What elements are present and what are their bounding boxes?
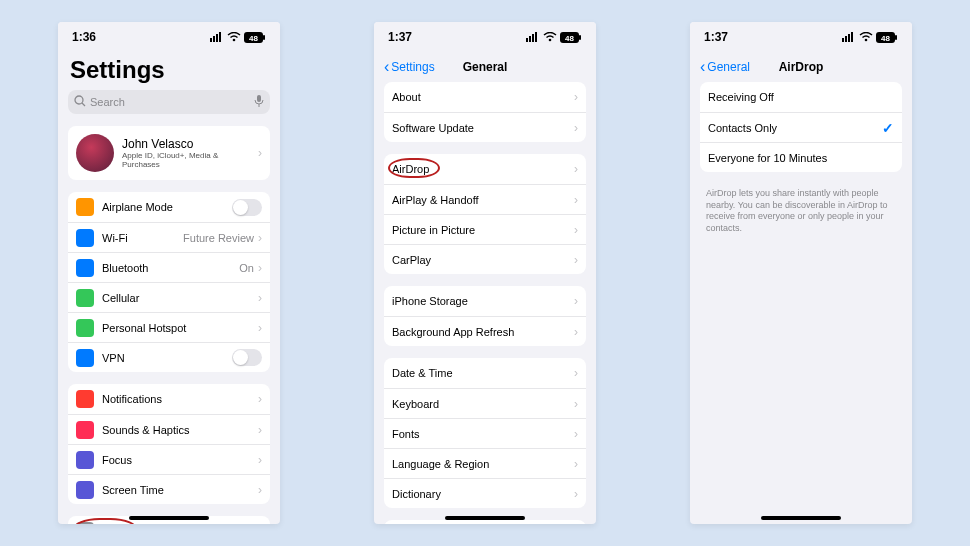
list-item[interactable]: Cellular› [68, 282, 270, 312]
chevron-right-icon: › [574, 294, 578, 308]
signal-icon [526, 32, 540, 42]
list-item[interactable]: Personal Hotspot› [68, 312, 270, 342]
storage-group: iPhone Storage›Background App Refresh› [384, 286, 586, 346]
list-item[interactable]: Airplane Mode [68, 192, 270, 222]
status-time: 1:37 [704, 30, 728, 44]
chevron-right-icon: › [574, 397, 578, 411]
list-item[interactable]: Receiving Off [700, 82, 902, 112]
svg-rect-21 [845, 36, 847, 42]
profile-row[interactable]: John Velasco Apple ID, iCloud+, Media & … [68, 126, 270, 180]
chevron-right-icon: › [258, 321, 262, 335]
row-label: Fonts [392, 428, 574, 440]
list-item[interactable]: Date & Time› [384, 358, 586, 388]
list-item[interactable]: Fonts› [384, 418, 586, 448]
row-label: Date & Time [392, 367, 574, 379]
status-time: 1:36 [72, 30, 96, 44]
svg-rect-22 [848, 34, 850, 42]
list-item[interactable]: Background App Refresh› [384, 316, 586, 346]
row-label: Notifications [102, 393, 258, 405]
home-indicator[interactable] [445, 516, 525, 520]
search-input[interactable]: Search [68, 90, 270, 114]
airdrop-group: AirDrop›AirPlay & Handoff›Picture in Pic… [384, 154, 586, 274]
chevron-right-icon: › [574, 121, 578, 135]
search-icon [74, 95, 86, 109]
list-item[interactable]: Notifications› [68, 384, 270, 414]
chevron-right-icon: › [574, 487, 578, 501]
list-item[interactable]: Sounds & Haptics› [68, 414, 270, 444]
signal-icon [210, 32, 224, 42]
notifications-group: Notifications›Sounds & Haptics›Focus›Scr… [68, 384, 270, 504]
svg-rect-3 [219, 32, 221, 42]
row-label: Wi-Fi [102, 232, 183, 244]
svg-rect-23 [851, 32, 853, 42]
settings-icon [76, 481, 94, 499]
home-indicator[interactable] [761, 516, 841, 520]
status-bar: 1:36 48 [58, 22, 280, 52]
svg-text:48: 48 [249, 33, 258, 42]
airdrop-options: Receiving OffContacts Only✓Everyone for … [700, 82, 902, 172]
svg-rect-10 [257, 95, 261, 102]
list-item[interactable]: Dictionary› [384, 478, 586, 508]
row-label: Language & Region [392, 458, 574, 470]
toggle-switch[interactable] [232, 349, 262, 366]
list-item[interactable]: Software Update› [384, 112, 586, 142]
list-item[interactable]: Screen Time› [68, 474, 270, 504]
page-title: Settings [70, 56, 270, 84]
list-item[interactable]: Language & Region› [384, 448, 586, 478]
list-item[interactable]: Focus› [68, 444, 270, 474]
list-item[interactable]: Wi-FiFuture Review› [68, 222, 270, 252]
nav-bar: ‹ Settings General [374, 52, 596, 82]
wifi-icon [543, 32, 557, 42]
svg-rect-14 [532, 34, 534, 42]
about-group: About›Software Update› [384, 82, 586, 142]
row-label: Picture in Picture [392, 224, 574, 236]
svg-rect-20 [842, 38, 844, 42]
settings-screen: 1:36 48 Settings Search [58, 22, 280, 524]
settings-icon [76, 421, 94, 439]
status-time: 1:37 [388, 30, 412, 44]
svg-rect-15 [535, 32, 537, 42]
nav-title: General [374, 60, 596, 74]
chevron-right-icon: › [574, 253, 578, 267]
list-item[interactable]: iPhone Storage› [384, 286, 586, 316]
list-item[interactable]: Keyboard› [384, 388, 586, 418]
profile-name: John Velasco [122, 137, 258, 151]
list-item[interactable]: Contacts Only✓ [700, 112, 902, 142]
svg-rect-13 [529, 36, 531, 42]
list-item[interactable]: BluetoothOn› [68, 252, 270, 282]
list-item[interactable]: Everyone for 10 Minutes [700, 142, 902, 172]
list-item[interactable]: VPN [68, 342, 270, 372]
chevron-right-icon: › [258, 423, 262, 437]
profile-group: John Velasco Apple ID, iCloud+, Media & … [68, 126, 270, 180]
vpn-group: VPN & Device Management› [384, 520, 586, 524]
svg-rect-12 [526, 38, 528, 42]
list-item[interactable]: CarPlay› [384, 244, 586, 274]
chevron-right-icon: › [574, 193, 578, 207]
battery-icon: 48 [560, 32, 582, 43]
row-label: Keyboard [392, 398, 574, 410]
list-item[interactable]: Picture in Picture› [384, 214, 586, 244]
row-label: Everyone for 10 Minutes [708, 152, 894, 164]
list-item[interactable]: VPN & Device Management› [384, 520, 586, 524]
chevron-right-icon: › [574, 325, 578, 339]
chevron-right-icon: › [574, 162, 578, 176]
settings-icon [76, 390, 94, 408]
nav-bar: ‹ General AirDrop [690, 52, 912, 82]
toggle-switch[interactable] [232, 199, 262, 216]
list-item[interactable]: About› [384, 82, 586, 112]
chevron-right-icon: › [258, 231, 262, 245]
list-item[interactable]: AirPlay & Handoff› [384, 184, 586, 214]
home-indicator[interactable] [129, 516, 209, 520]
row-detail: On [239, 262, 254, 274]
wifi-icon [227, 32, 241, 42]
row-label: AirPlay & Handoff [392, 194, 574, 206]
svg-rect-0 [210, 38, 212, 42]
row-label: iPhone Storage [392, 295, 574, 307]
battery-icon: 48 [876, 32, 898, 43]
list-item[interactable]: AirDrop› [384, 154, 586, 184]
mic-icon[interactable] [254, 95, 264, 109]
svg-point-24 [865, 39, 868, 42]
datetime-group: Date & Time›Keyboard›Fonts›Language & Re… [384, 358, 586, 508]
svg-rect-1 [213, 36, 215, 42]
row-label: AirDrop [392, 163, 574, 175]
